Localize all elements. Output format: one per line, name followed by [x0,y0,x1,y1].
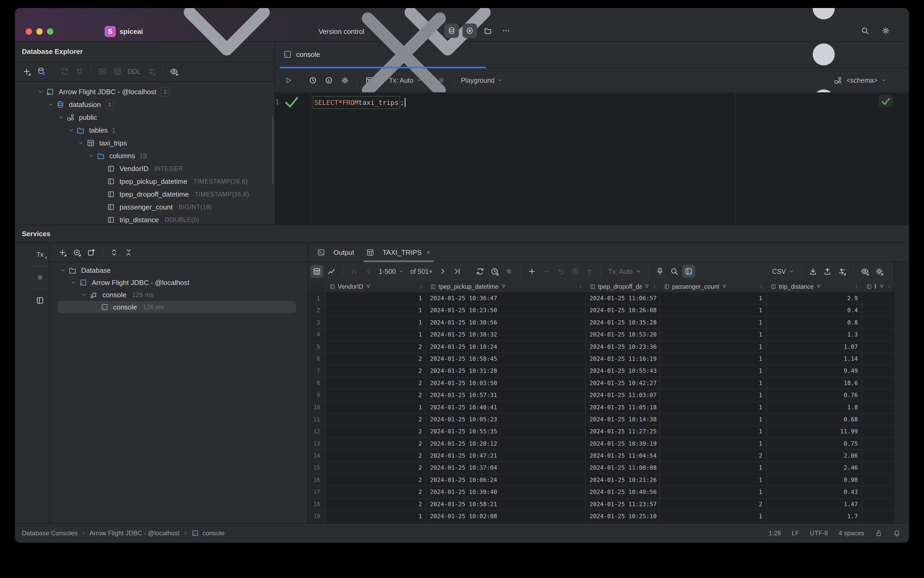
row-number[interactable]: 10 [308,402,326,413]
last-page-button[interactable] [451,265,464,278]
navigate-button[interactable] [144,65,158,78]
sort-arrows-icon[interactable] [887,284,892,289]
pin-tab-button[interactable] [653,265,666,278]
cell-passenger_count[interactable]: 1 [660,510,767,522]
notifications-button[interactable] [893,529,901,537]
chevron-down-icon[interactable] [76,140,86,146]
grid-scrollbar-track[interactable] [893,262,909,523]
cell-vendor_id[interactable]: 2 [326,438,426,450]
cell-vendor_id[interactable]: 2 [326,377,426,389]
cell-dropoff[interactable]: 2024-01-25 11:27:25 [586,425,660,437]
cell-pickup[interactable]: 2024-01-25 10:23:50 [426,304,586,316]
filter-panel-button[interactable] [682,265,695,278]
cell-passenger_count[interactable]: 2 [660,450,767,461]
cell-passenger_count[interactable]: 1 [660,414,767,425]
editor[interactable]: 1 SELECT * FROM taxi_trips; [275,93,909,225]
show-configurations-button[interactable] [70,246,83,259]
tree-item-datasource[interactable]: Arrow Flight JDBC - @localhost1 [15,85,275,98]
cell-rate[interactable] [862,389,894,401]
cell-vendor_id[interactable]: 2 [326,353,426,365]
open-data-button[interactable] [110,65,124,78]
chevron-down-icon[interactable] [66,127,76,133]
cell-rate[interactable] [862,510,894,522]
cell-pickup[interactable]: 2024-01-25 10:06:24 [426,474,586,485]
sort-arrows-icon[interactable] [578,284,583,289]
inspection-widget[interactable] [879,95,893,107]
cell-dropoff[interactable]: 2024-01-25 10:49:56 [586,486,660,498]
cell-pickup[interactable]: 2024-01-25 10:36:47 [426,292,586,304]
chevron-down-icon[interactable] [68,279,79,286]
cell-vendor_id[interactable]: 2 [326,425,426,437]
chart-view-button[interactable] [325,265,338,278]
new-datasource-button[interactable] [20,65,34,78]
cell-rate[interactable] [862,365,894,377]
cell-vendor_id[interactable]: 1 [326,292,426,304]
grid-tx-select[interactable]: Tx: Auto [606,268,644,275]
row-number[interactable]: 3 [308,317,326,328]
cell-dropoff[interactable]: 2024-01-25 11:03:07 [586,389,660,401]
data-extractor-button[interactable] [835,265,848,278]
filter-funnel-icon[interactable] [721,284,727,289]
row-number[interactable]: 11 [308,414,326,425]
view-options-button[interactable] [858,265,871,278]
cell-passenger_count[interactable]: 1 [660,438,767,450]
first-page-button[interactable] [348,265,361,278]
cell-pickup[interactable]: 2024-01-25 10:31:28 [426,365,586,377]
cell-passenger_count[interactable]: 1 [660,486,767,498]
expand-all-button[interactable] [108,246,121,259]
cell-vendor_id[interactable]: 2 [326,365,426,377]
cell-rate[interactable] [862,353,894,365]
cell-vendor_id[interactable]: 2 [326,389,426,401]
minimize-window-button[interactable] [36,28,43,35]
cell-rate[interactable] [862,292,894,304]
cell-trip_distance[interactable]: 1.14 [767,353,862,365]
collapse-all-button[interactable] [122,246,135,259]
row-number[interactable]: 12 [308,425,326,437]
cell-passenger_count[interactable]: 1 [660,317,767,328]
cell-passenger_count[interactable]: 1 [660,377,767,389]
sort-arrows-icon[interactable] [652,284,657,289]
cell-dropoff[interactable]: 2024-01-25 11:00:08 [586,462,660,473]
breadcrumb-item[interactable]: console [191,529,225,537]
cell-pickup[interactable]: 2024-01-25 10:47:21 [426,450,586,461]
page-size-select[interactable]: 1-500 [377,268,407,275]
row-number[interactable]: 7 [308,365,326,377]
file-encoding[interactable]: UTF-8 [810,529,828,537]
stop-process-button[interactable] [33,271,47,284]
zoom-window-button[interactable] [47,28,53,35]
cell-rate[interactable] [862,438,894,450]
cell-trip_distance[interactable]: 2.46 [767,462,862,473]
row-number[interactable]: 17 [308,486,326,498]
cell-trip_distance[interactable]: 0.75 [767,438,862,450]
column-header-passenger_count[interactable]: passenger_count [660,281,767,292]
cell-vendor_id[interactable]: 2 [326,414,426,425]
cell-rate[interactable] [862,329,894,340]
caret-position[interactable]: 1:26 [768,529,781,537]
cell-dropoff[interactable]: 2024-01-25 10:35:28 [586,317,660,328]
cell-vendor_id[interactable]: 2 [326,498,426,510]
chevron-down-icon[interactable] [55,114,66,121]
tx-mode-toggle[interactable]: Tx [33,248,47,261]
cell-trip_distance[interactable]: 1.7 [767,510,862,522]
tree-item-database[interactable]: datafusion1 [15,98,275,111]
cell-passenger_count[interactable]: 1 [660,292,767,304]
cell-vendor_id[interactable]: 1 [326,402,426,413]
chevron-down-icon[interactable] [35,89,46,95]
row-number[interactable]: 13 [308,438,326,450]
column-header-dropoff[interactable]: tpep_dropoff_datetime [586,281,660,292]
disconnect-button[interactable] [73,65,86,78]
cell-vendor_id[interactable]: 2 [326,341,426,352]
tree-item-tables-folder[interactable]: tables1 [15,124,275,136]
cell-dropoff[interactable]: 2024-01-25 10:26:08 [586,304,660,316]
tab-output[interactable]: Output [311,244,360,261]
cell-rate[interactable] [862,450,894,461]
cell-pickup[interactable]: 2024-01-25 10:57:31 [426,389,586,401]
row-number[interactable]: 1 [308,292,326,304]
cell-vendor_id[interactable]: 2 [326,462,426,473]
service-console-session[interactable]: console126 ms [50,289,307,301]
cell-dropoff[interactable]: 2024-01-25 10:21:26 [586,474,660,485]
sort-arrows-icon[interactable] [854,284,859,289]
readonly-toggle[interactable] [875,529,882,537]
export-data-button[interactable] [807,265,819,278]
cell-vendor_id[interactable]: 2 [326,486,426,498]
